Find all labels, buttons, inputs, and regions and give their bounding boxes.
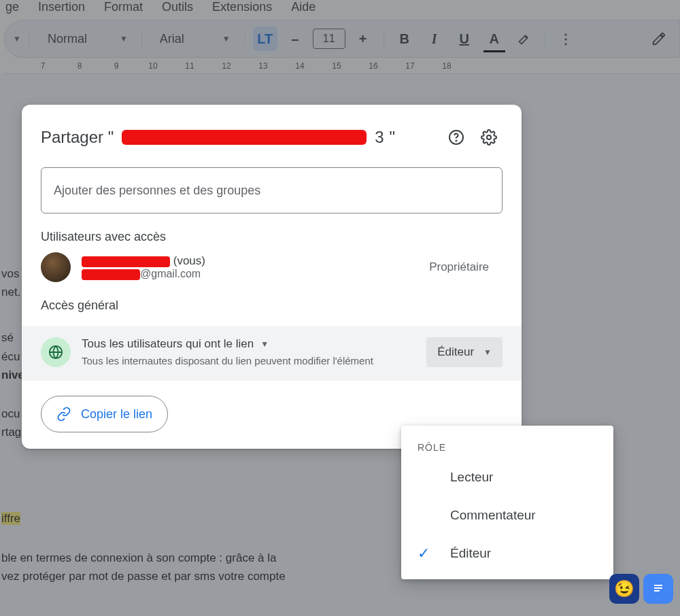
svg-point-2 — [487, 135, 491, 139]
svg-rect-6 — [654, 587, 662, 589]
svg-rect-5 — [654, 585, 662, 586]
check-icon: ✓ — [418, 545, 430, 562]
role-option-label: Lecteur — [450, 470, 493, 485]
chevron-down-icon: ▼ — [483, 347, 492, 357]
dialog-title-char: 3 — [375, 128, 384, 147]
role-option-label: Éditeur — [450, 546, 491, 561]
gear-icon[interactable] — [475, 124, 503, 151]
general-access-dropdown[interactable]: Tous les utilisateurs qui ont le lien ▼ — [82, 337, 415, 351]
general-access-title: Tous les utilisateurs qui ont le lien — [82, 337, 254, 351]
owner-role-label: Propriétaire — [429, 260, 503, 274]
role-dropdown-label: Éditeur — [437, 345, 474, 359]
role-option-label: Commentateur — [450, 508, 536, 523]
copy-link-label: Copier le lien — [81, 407, 152, 422]
help-icon[interactable] — [443, 124, 470, 151]
role-menu: RÔLE Lecteur Commentateur ✓ Éditeur — [401, 426, 613, 579]
role-option-commenter[interactable]: Commentateur — [401, 496, 613, 534]
redacted — [82, 256, 170, 267]
role-menu-label: RÔLE — [401, 437, 613, 458]
general-access-label: Accès général — [22, 282, 522, 321]
owner-email-suffix: @gmail.com — [140, 268, 201, 279]
add-people-placeholder: Ajouter des personnes et des groupes — [54, 184, 260, 198]
svg-point-1 — [456, 140, 456, 141]
dialog-title-quote: " — [390, 128, 396, 147]
share-dialog: Partager " 3 " Ajouter des personnes et … — [22, 105, 522, 449]
redacted — [122, 130, 367, 145]
general-access-desc: Tous les internautes disposant du lien p… — [82, 355, 381, 366]
docs-icon[interactable] — [643, 574, 673, 604]
avatar — [41, 252, 71, 282]
dialog-title-prefix: Partager " — [41, 128, 114, 147]
general-access-section: Tous les utilisateurs qui ont le lien ▼ … — [22, 326, 522, 381]
svg-rect-7 — [654, 590, 660, 592]
copy-link-button[interactable]: Copier le lien — [41, 396, 168, 432]
floating-dock: 😉 — [609, 574, 673, 604]
assistant-icon[interactable]: 😉 — [609, 574, 639, 604]
globe-icon — [41, 337, 71, 367]
redacted — [82, 269, 140, 280]
role-dropdown[interactable]: Éditeur ▼ — [426, 337, 503, 367]
role-option-editor[interactable]: ✓ Éditeur — [401, 534, 613, 572]
owner-row: (vous) @gmail.com Propriétaire — [22, 252, 522, 282]
chevron-down-icon: ▼ — [260, 339, 269, 349]
add-people-input[interactable]: Ajouter des personnes et des groupes — [41, 167, 503, 213]
owner-you-suffix: (vous) — [173, 254, 205, 267]
role-option-viewer[interactable]: Lecteur — [401, 458, 613, 496]
users-section-label: Utilisateurs avec accès — [22, 213, 522, 252]
